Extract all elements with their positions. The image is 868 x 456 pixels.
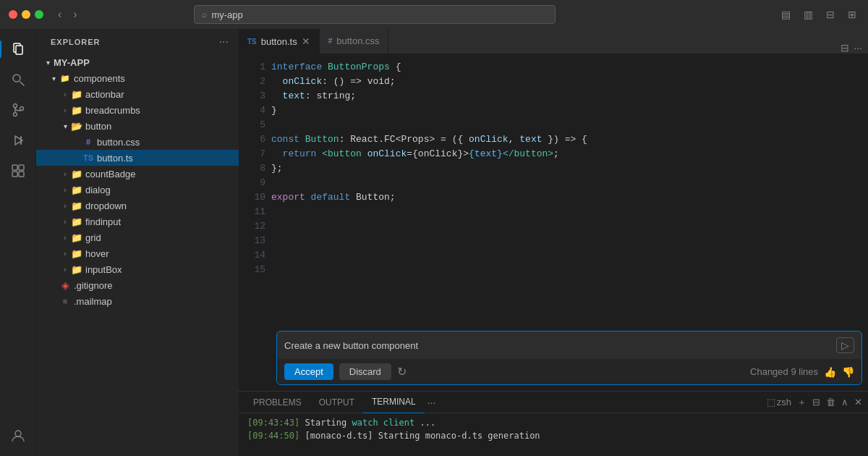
- sidebar-item-breadcrumbs[interactable]: › 📁 breadcrumbs: [36, 102, 239, 118]
- maximize-terminal-button[interactable]: ∧: [841, 397, 848, 408]
- ai-send-button[interactable]: ▷: [836, 337, 854, 353]
- sidebar-more-button[interactable]: ···: [218, 34, 230, 50]
- ai-prompt-input[interactable]: [284, 340, 830, 351]
- editor-area: TS button.ts ✕ # button.css ⊟ ··· 12345 …: [239, 29, 868, 456]
- sidebar-item-button-folder[interactable]: ▾ 📂 button: [36, 118, 239, 134]
- close-button[interactable]: [9, 10, 17, 19]
- svg-point-6: [20, 107, 23, 111]
- editor-content: 12345 678910 1112131415 interface Button…: [239, 54, 868, 391]
- terminal-panel: PROBLEMS OUTPUT TERMINAL ··· ⬚ zsh ＋ ⊟ 🗑…: [239, 391, 868, 456]
- sidebar-item-source-control[interactable]: [4, 96, 33, 124]
- term-text-2: [monaco-d.ts] Starting monaco-d.ts gener…: [305, 431, 540, 441]
- account-icon: [10, 428, 26, 444]
- sidebar-item-button-css[interactable]: › # button.css: [36, 134, 239, 150]
- button-ts-label: button.ts: [97, 153, 133, 164]
- split-editor-button[interactable]: ⊟: [823, 7, 838, 22]
- sidebar-item-inputbox[interactable]: › 📁 inputBox: [36, 261, 239, 277]
- minimize-button[interactable]: [22, 10, 30, 19]
- svg-point-2: [13, 75, 20, 82]
- sidebar-item-search[interactable]: [4, 65, 33, 94]
- code-editor[interactable]: interface ButtonProps { onClick: () => v…: [271, 54, 868, 331]
- sidebar-item-explorer[interactable]: [4, 35, 33, 64]
- terminal-line-2: [09:44:50] [monaco-d.ts] Starting monaco…: [247, 429, 859, 442]
- term-time-1: [09:43:43]: [247, 418, 299, 428]
- code-area[interactable]: 12345 678910 1112131415 interface Button…: [239, 54, 868, 331]
- code-line-11: [271, 205, 868, 219]
- thumbs-down-button[interactable]: 👎: [842, 366, 854, 378]
- split-terminal-button[interactable]: ⊟: [812, 397, 820, 408]
- search-icon: ⌕: [202, 9, 207, 20]
- discard-button[interactable]: Discard: [339, 363, 391, 380]
- titlebar: ‹ › ⌕ my-app ▤ ▥ ⊟ ⊞: [0, 0, 868, 29]
- chevron-down-icon: ▾: [48, 75, 59, 83]
- code-line-8: };: [271, 161, 868, 176]
- panel-toggle-button[interactable]: ▥: [801, 7, 816, 22]
- search-text: my-app: [211, 9, 242, 20]
- sidebar-item-gitignore[interactable]: › ◈ .gitignore: [36, 277, 239, 293]
- thumbs-up-button[interactable]: 👍: [824, 366, 836, 378]
- sidebar-item-mailmap[interactable]: › ≡ .mailmap: [36, 293, 239, 309]
- search-icon: [10, 72, 26, 88]
- folder-icon: 📁: [71, 168, 82, 180]
- main-layout: EXPLORER ··· ▾ MY-APP ▾ 📁 components › 📁…: [0, 29, 868, 456]
- sidebar-item-account[interactable]: [4, 421, 33, 450]
- kill-terminal-button[interactable]: 🗑: [826, 397, 835, 408]
- ai-prompt-input-row: ▷: [277, 332, 861, 359]
- term-link-1: watch client: [352, 418, 415, 428]
- chevron-down-icon: ▾: [42, 59, 54, 67]
- terminal-tab-button[interactable]: TERMINAL: [363, 392, 425, 413]
- chevron-right-icon: ›: [59, 170, 71, 178]
- back-button[interactable]: ‹: [55, 7, 64, 22]
- svg-rect-13: [19, 172, 24, 177]
- accept-button[interactable]: Accept: [284, 363, 333, 380]
- search-bar[interactable]: ⌕ my-app: [194, 5, 556, 24]
- fullscreen-button[interactable]: [35, 10, 43, 19]
- svg-point-4: [13, 104, 17, 108]
- sidebar-item-dropdown[interactable]: › 📁 dropdown: [36, 198, 239, 214]
- breadcrumbs-label: breadcrumbs: [85, 105, 140, 116]
- new-terminal-button[interactable]: ＋: [797, 396, 807, 409]
- sidebar-item-button-ts[interactable]: › TS button.ts: [36, 150, 239, 166]
- source-control-icon: [10, 102, 26, 118]
- sidebar-item-grid[interactable]: › 📁 grid: [36, 229, 239, 245]
- problems-tab[interactable]: PROBLEMS: [244, 392, 310, 413]
- svg-point-5: [13, 113, 17, 117]
- terminal-right-buttons: ⬚ zsh ＋ ⊟ 🗑 ∧ ✕: [767, 396, 862, 409]
- chevron-right-icon: ›: [59, 202, 71, 210]
- activity-bar: [0, 29, 36, 456]
- sidebar-item-hover[interactable]: › 📁 hover: [36, 245, 239, 261]
- sidebar-toggle-button[interactable]: ▤: [778, 7, 793, 22]
- close-terminal-button[interactable]: ✕: [854, 397, 862, 408]
- tab-close-button[interactable]: ✕: [302, 36, 310, 46]
- sidebar-item-components[interactable]: ▾ 📁 components: [36, 70, 239, 86]
- svg-rect-10: [12, 165, 17, 170]
- sidebar-item-findinput[interactable]: › 📁 findinput: [36, 214, 239, 229]
- hover-label: hover: [85, 248, 109, 259]
- svg-point-14: [15, 431, 21, 436]
- sidebar-item-my-app[interactable]: ▾ MY-APP: [36, 54, 239, 70]
- code-line-7: return <button onClick={onClick}>{text}<…: [271, 147, 868, 161]
- output-tab[interactable]: OUTPUT: [310, 392, 363, 413]
- folder-icon: 📁: [71, 216, 82, 227]
- split-editor-tab-button[interactable]: ⊟: [841, 42, 849, 54]
- dialog-label: dialog: [85, 185, 111, 195]
- tab-button-ts[interactable]: TS button.ts ✕: [239, 29, 320, 54]
- terminal-more-button[interactable]: ···: [425, 397, 439, 408]
- refresh-button[interactable]: ↻: [397, 365, 407, 379]
- sidebar-item-actionbar[interactable]: › 📁 actionbar: [36, 86, 239, 102]
- chevron-right-icon: ›: [59, 186, 71, 194]
- sidebar-item-dialog[interactable]: › 📁 dialog: [36, 182, 239, 198]
- code-line-10: export default Button;: [271, 190, 868, 205]
- more-actions-tab-button[interactable]: ···: [854, 42, 862, 54]
- layout-button[interactable]: ⊞: [845, 7, 859, 22]
- chevron-down-icon: ▾: [59, 122, 71, 130]
- countbadge-label: countBadge: [85, 169, 135, 180]
- tab-button-css[interactable]: # button.css: [320, 29, 389, 54]
- terminal-shell-button[interactable]: ⬚ zsh: [767, 397, 791, 408]
- sidebar-item-extensions[interactable]: [4, 156, 33, 185]
- folder-icon: 📁: [71, 88, 82, 100]
- sidebar-item-run[interactable]: [4, 126, 33, 155]
- line-numbers: 12345 678910 1112131415: [239, 54, 271, 331]
- forward-button[interactable]: ›: [70, 7, 80, 22]
- sidebar-item-countbadge[interactable]: › 📁 countBadge: [36, 166, 239, 182]
